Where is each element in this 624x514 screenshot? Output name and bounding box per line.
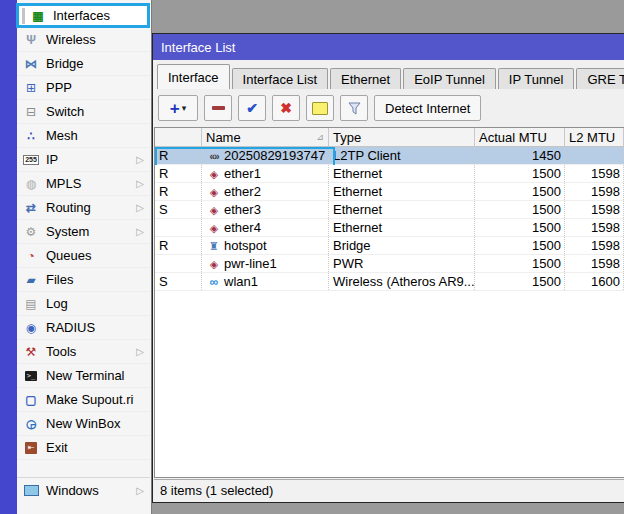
actual-mtu-cell: 1500	[475, 273, 565, 290]
sidebar-item-ip[interactable]: IP ▷	[17, 148, 150, 172]
menu-icon	[22, 272, 40, 288]
flag-cell: R	[155, 237, 202, 254]
minus-icon	[212, 106, 225, 110]
interface-type-icon	[206, 274, 222, 290]
detect-internet-button[interactable]: Detect Internet	[374, 95, 481, 121]
detect-internet-label: Detect Internet	[385, 101, 470, 116]
window-title: Interface List	[161, 40, 235, 55]
sidebar-item-new-winbox[interactable]: New WinBox ▷	[17, 412, 150, 436]
menu-icon	[22, 368, 40, 384]
table-row[interactable]: ether4 Ethernet 1500 1598	[155, 219, 624, 237]
sidebar-item-make-supout-rif[interactable]: Make Supout.rif ▷	[17, 388, 150, 412]
sidebar-menu: Interfaces ▷ Wireless ▷ Bridge ▷ PPP ▷ S…	[17, 4, 150, 460]
sidebar-item-system[interactable]: System ▷	[17, 220, 150, 244]
sidebar-item-windows[interactable]: Windows ▷	[17, 478, 150, 502]
interface-name: wlan1	[224, 274, 258, 289]
actual-mtu-cell: 1500	[475, 165, 565, 182]
flag-cell: S	[155, 201, 202, 218]
flag-cell: R	[155, 183, 202, 200]
interface-name: ether2	[224, 184, 261, 199]
tab-interface-list[interactable]: Interface List	[232, 68, 328, 89]
menu-label: Bridge	[46, 56, 134, 71]
grip-icon	[22, 8, 25, 24]
tab-interface[interactable]: Interface	[157, 64, 230, 89]
table-row[interactable]: S wlan1 Wireless (Atheros AR9... 1500 16…	[155, 273, 624, 291]
table-row[interactable]: R ether2 Ethernet 1500 1598	[155, 183, 624, 201]
menu-icon	[22, 320, 40, 336]
sidebar-item-radius[interactable]: RADIUS ▷	[17, 316, 150, 340]
sidebar-item-bridge[interactable]: Bridge ▷	[17, 52, 150, 76]
name-cell: pwr-line1	[202, 255, 329, 272]
interface-type-icon	[206, 220, 222, 236]
sidebar-item-files[interactable]: Files ▷	[17, 268, 150, 292]
sidebar-item-exit[interactable]: Exit ▷	[17, 436, 150, 460]
menu-icon	[22, 392, 40, 408]
interface-type-icon	[206, 238, 222, 254]
column-header-name[interactable]: Name ⊿	[202, 128, 329, 146]
column-header-actual-mtu[interactable]: Actual MTU	[475, 128, 565, 146]
sidebar-item-mpls[interactable]: MPLS ▷	[17, 172, 150, 196]
column-header-l2-mtu[interactable]: L2 MTU	[565, 128, 624, 146]
column-header-type[interactable]: Type	[329, 128, 475, 146]
sidebar-item-queues[interactable]: Queues ▷	[17, 244, 150, 268]
chevron-right-icon: ▷	[136, 226, 144, 237]
sidebar-item-tools[interactable]: Tools ▷	[17, 340, 150, 364]
menu-label: New Terminal	[46, 368, 134, 383]
name-cell: wlan1	[202, 273, 329, 290]
table-row[interactable]: R ether1 Ethernet 1500 1598	[155, 165, 624, 183]
l2-mtu-cell: 1598	[565, 219, 624, 236]
sidebar-item-ppp[interactable]: PPP ▷	[17, 76, 150, 100]
tab-ip-tunnel[interactable]: IP Tunnel	[498, 68, 575, 89]
sidebar-item-mesh[interactable]: Mesh ▷	[17, 124, 150, 148]
menu-icon	[22, 416, 40, 432]
sidebar-accent-strip	[0, 0, 17, 514]
interface-name: hotspot	[224, 238, 267, 253]
menu-icon	[22, 200, 40, 216]
sidebar-item-log[interactable]: Log ▷	[17, 292, 150, 316]
disable-button[interactable]: ✖	[272, 95, 300, 121]
menu-label: Files	[46, 272, 134, 287]
menu-icon	[22, 482, 40, 498]
enable-button[interactable]: ✔	[238, 95, 266, 121]
menu-label: Queues	[46, 248, 134, 263]
sidebar-item-switch[interactable]: Switch ▷	[17, 100, 150, 124]
l2-mtu-cell: 1598	[565, 165, 624, 182]
name-cell: ether4	[202, 219, 329, 236]
interface-name: 20250829193747	[224, 148, 325, 163]
tab-ethernet[interactable]: Ethernet	[330, 68, 401, 89]
menu-label: Windows	[46, 483, 134, 498]
sidebar-item-wireless[interactable]: Wireless ▷	[17, 28, 150, 52]
window-titlebar[interactable]: Interface List	[153, 34, 624, 60]
type-cell: Wireless (Atheros AR9...	[329, 273, 475, 290]
actual-mtu-cell: 1500	[475, 237, 565, 254]
remove-button[interactable]	[204, 95, 232, 121]
column-header-name-label: Name	[206, 130, 241, 145]
column-header-flags[interactable]	[155, 128, 202, 146]
chevron-right-icon: ▷	[136, 485, 144, 496]
comment-button[interactable]	[306, 95, 334, 121]
table-row[interactable]: pwr-line1 PWR 1500 1598	[155, 255, 624, 273]
table-row[interactable]: S ether3 Ethernet 1500 1598	[155, 201, 624, 219]
chevron-right-icon: ▷	[136, 346, 144, 357]
menu-label: Log	[46, 296, 134, 311]
table-row[interactable]: R 20250829193747 L2TP Client 1450	[155, 147, 624, 165]
sidebar-item-interfaces[interactable]: Interfaces ▷	[17, 4, 150, 28]
sidebar-item-routing[interactable]: Routing ▷	[17, 196, 150, 220]
actual-mtu-cell: 1500	[475, 219, 565, 236]
type-cell: Ethernet	[329, 201, 475, 218]
filter-button[interactable]	[340, 95, 368, 121]
toolbar: + ▾ ✔ ✖ Detect Internet	[153, 89, 624, 127]
menu-label: New WinBox	[46, 416, 134, 431]
sidebar-item-new-terminal[interactable]: New Terminal ▷	[17, 364, 150, 388]
tab-eoip-tunnel[interactable]: EoIP Tunnel	[403, 68, 496, 89]
menu-icon	[22, 56, 40, 72]
interface-table: Name ⊿ Type Actual MTU L2 MTU R 20250829…	[154, 127, 624, 478]
menu-label: RADIUS	[46, 320, 134, 335]
menu-label: Interfaces	[53, 8, 134, 23]
flag-cell	[155, 219, 202, 236]
menu-icon	[22, 296, 40, 312]
menu-label: PPP	[46, 80, 134, 95]
add-button[interactable]: + ▾	[158, 95, 198, 121]
table-row[interactable]: R hotspot Bridge 1500 1598	[155, 237, 624, 255]
tab-gre-tunnel[interactable]: GRE Tunnel	[576, 68, 624, 89]
